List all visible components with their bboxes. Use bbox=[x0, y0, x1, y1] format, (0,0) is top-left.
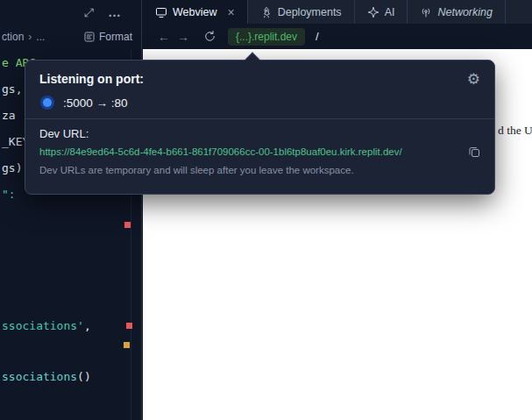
tab-label: AI bbox=[385, 6, 395, 18]
pane-menu-icon[interactable]: … bbox=[108, 5, 122, 18]
gear-icon[interactable]: ⚙ bbox=[467, 72, 480, 87]
code-line: ssociations() bbox=[2, 370, 91, 384]
tab-label: Deployments bbox=[278, 6, 342, 18]
popup-port-section: Listening on port: ⚙ :5000 → :80 bbox=[25, 61, 494, 118]
back-icon[interactable]: ← bbox=[154, 30, 174, 44]
editor-pane-header: ⤢ … bbox=[0, 0, 141, 24]
monitor-icon bbox=[155, 6, 167, 18]
rocket-icon bbox=[260, 6, 273, 18]
tab-networking[interactable]: Networking bbox=[408, 0, 506, 24]
tab-label: Networking bbox=[437, 6, 493, 18]
port-mapping: :5000 → :80 bbox=[63, 96, 128, 110]
code-token: ssociations' bbox=[2, 319, 84, 332]
url-pill[interactable]: {...}.replit.dev bbox=[228, 28, 305, 46]
tab-webview[interactable]: Webview × bbox=[143, 0, 248, 24]
forward-icon[interactable]: → bbox=[174, 30, 193, 44]
copy-icon[interactable] bbox=[468, 146, 480, 158]
antenna-icon bbox=[420, 6, 432, 18]
code-line: za bbox=[2, 109, 16, 123]
error-marker bbox=[124, 222, 131, 228]
code-line: gs) bbox=[2, 161, 22, 175]
breadcrumb: ction › ... Format bbox=[0, 24, 141, 49]
code-token: ssociations bbox=[2, 370, 77, 383]
breadcrumb-item[interactable]: ction bbox=[2, 31, 24, 43]
error-marker bbox=[126, 323, 132, 329]
popup-devurl-section: Dev URL: https://84e9ed64-5c6d-4fe4-b661… bbox=[25, 119, 494, 186]
tab-deployments[interactable]: Deployments bbox=[248, 0, 355, 24]
dev-url-link[interactable]: https://84e9ed64-5c6d-4fe4-b661-861f7090… bbox=[39, 146, 461, 157]
webview-navbar: ← → {...}.replit.dev / bbox=[143, 24, 532, 49]
dev-url-note: Dev URLs are temporary and will sleep af… bbox=[39, 164, 480, 177]
code-line: ": bbox=[2, 188, 16, 202]
format-icon bbox=[84, 32, 95, 42]
port-popup: Listening on port: ⚙ :5000 → :80 Dev URL… bbox=[25, 60, 495, 195]
port-status-icon bbox=[43, 98, 52, 107]
format-button[interactable]: Format bbox=[84, 31, 132, 43]
expand-pane-icon[interactable]: ⤢ bbox=[84, 6, 94, 18]
tab-ai[interactable]: AI bbox=[355, 0, 408, 24]
port-row: :5000 → :80 bbox=[39, 96, 480, 110]
code-line: gs, bbox=[2, 82, 22, 96]
breadcrumb-collapsed[interactable]: ... bbox=[36, 31, 45, 43]
warning-marker bbox=[124, 342, 130, 348]
dev-url-label: Dev URL: bbox=[39, 127, 480, 140]
webview-text-fragment: d the U bbox=[498, 124, 532, 138]
chevron-right-icon: › bbox=[28, 31, 32, 43]
code-token: () bbox=[77, 370, 91, 383]
url-path: / bbox=[316, 30, 319, 43]
tab-label: Webview bbox=[173, 6, 216, 18]
popup-title: Listening on port: bbox=[39, 72, 144, 86]
tabbar: Webview × Deployments AI bbox=[143, 0, 532, 24]
sparkle-icon bbox=[367, 6, 379, 18]
close-tab-icon[interactable]: × bbox=[227, 6, 234, 18]
code-line: ssociations', bbox=[2, 319, 91, 333]
format-button-label: Format bbox=[99, 31, 132, 43]
refresh-icon[interactable] bbox=[200, 30, 219, 43]
code-token: , bbox=[84, 319, 91, 332]
